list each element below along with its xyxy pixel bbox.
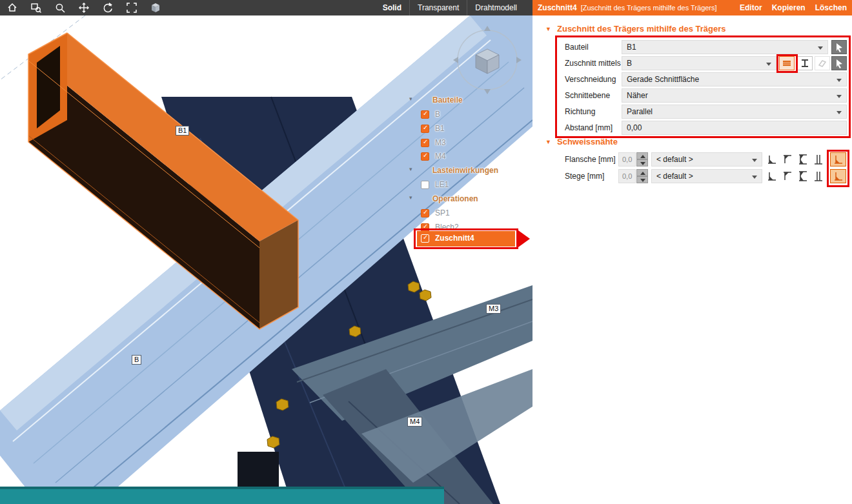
copy-button[interactable]: Kopieren (772, 3, 806, 12)
checkbox-checked-icon[interactable] (421, 234, 429, 243)
model-tree: Bauteile B B1 M3 M4 Lasteinwirkungen LE1 (405, 15, 532, 293)
weld-size-value[interactable]: 0,0 (618, 152, 636, 166)
3d-viewport[interactable]: B1 B M3 M4 Bauteile B B1 M3 M4 Lasteinwi… (0, 15, 532, 504)
section-title: Zuschnitt des Trägers mithilfe des Träge… (557, 24, 726, 34)
part-label-b: B (132, 355, 141, 365)
weld-type-button[interactable] (796, 169, 810, 183)
stepper-down-button[interactable] (636, 159, 648, 166)
cursor-icon (834, 58, 844, 68)
part-label-m3: M3 (486, 304, 501, 314)
part-label-m4: M4 (407, 417, 422, 427)
quantity-stepper (636, 152, 648, 166)
tree-item-m3[interactable]: M3 (405, 137, 532, 150)
stepper-up-button[interactable] (636, 169, 648, 176)
tree-item-b[interactable]: B (405, 108, 532, 121)
weld-type-button[interactable] (765, 169, 779, 183)
weld-preset-dropdown[interactable]: < default > (651, 169, 762, 183)
weld-size-value[interactable]: 0,0 (618, 169, 636, 183)
double-fillet-weld-icon (798, 154, 808, 165)
tree-group-operationen[interactable]: Operationen (405, 193, 532, 206)
weld-type-button[interactable] (780, 169, 795, 183)
operation-header: Zuschnitt4 [Zuschnitt des Trägers mithil… (532, 0, 852, 15)
search-button[interactable] (48, 0, 72, 15)
weld-type-button[interactable] (811, 169, 826, 183)
orbit-rotate-icon (102, 2, 114, 14)
checkbox-checked-icon[interactable] (421, 152, 429, 161)
beam-horizontal-icon (782, 58, 792, 68)
connection-plate[interactable] (238, 452, 279, 490)
checkbox-unchecked-icon[interactable] (421, 181, 429, 189)
select-in-scene-button[interactable] (831, 40, 847, 54)
butt-weld-icon (813, 171, 824, 181)
field-label: Bauteil (565, 43, 589, 52)
delete-button[interactable]: Löschen (815, 3, 847, 12)
tree-group-lasteinwirkungen[interactable]: Lasteinwirkungen (405, 165, 532, 177)
stepper-up-button[interactable] (636, 152, 648, 159)
form-row-abstand: Abstand [mm] 0,00 (532, 121, 852, 136)
checkbox-checked-icon[interactable] (421, 110, 429, 119)
weld-type-button[interactable] (780, 152, 795, 166)
shaded-cube-button[interactable] (143, 0, 167, 15)
richtung-dropdown[interactable]: Parallel (622, 105, 847, 119)
collapse-arrow-icon[interactable] (409, 166, 412, 172)
cut-by-plate-button[interactable] (815, 56, 830, 70)
pan-button[interactable] (72, 0, 96, 15)
stepper-down-button[interactable] (636, 176, 648, 183)
collapse-arrow-icon[interactable] (545, 139, 551, 145)
weld-preset-dropdown[interactable]: < default > (651, 152, 762, 166)
weld-type-button[interactable] (765, 152, 779, 166)
abstand-input[interactable]: 0,00 (622, 121, 847, 135)
zoom-window-icon (30, 2, 42, 14)
view-mode-solid[interactable]: Solid (375, 0, 409, 15)
collapse-arrow-icon[interactable] (409, 194, 412, 201)
bauteil-dropdown[interactable]: B1 (622, 40, 828, 54)
cut-by-beam-button[interactable] (779, 56, 795, 70)
weld-type-button-selected[interactable] (830, 152, 846, 166)
weld-type-button-selected[interactable] (830, 169, 846, 183)
operation-title: Zuschnitt4 (538, 3, 577, 12)
part-label-b1: B1 (176, 126, 189, 136)
zuschnitt-mittels-dropdown[interactable]: B (622, 56, 776, 70)
fit-view-icon (126, 2, 137, 14)
field-label: Verschneidung (565, 75, 616, 84)
section-header-welds: Schweissnähte (532, 137, 852, 148)
tree-item-zuschnitt4-selected[interactable]: Zuschnitt4 (417, 231, 515, 247)
field-label: Richtung (565, 107, 595, 116)
select-in-scene-button[interactable] (831, 56, 847, 70)
tree-item-sp1[interactable]: SP1 (405, 207, 532, 220)
home-button[interactable] (0, 0, 24, 15)
zoom-window-button[interactable] (24, 0, 48, 15)
home-icon (6, 2, 18, 14)
view-mode-wireframe[interactable]: Drahtmodell (467, 0, 525, 15)
header-actions: Editor Kopieren Löschen (740, 3, 847, 12)
orbit-rotate-button[interactable] (96, 0, 119, 15)
tree-group-bauteile[interactable]: Bauteile (405, 94, 532, 107)
schnittebene-dropdown[interactable]: Näher (622, 88, 847, 103)
plate-icon (817, 58, 827, 68)
checkbox-checked-icon[interactable] (421, 139, 429, 147)
collapse-arrow-icon[interactable] (409, 96, 412, 102)
viewport-toolbar: Solid Transparent Drahtmodell (0, 0, 532, 15)
view-mode-group: Solid Transparent Drahtmodell (375, 0, 525, 15)
weld-type-button[interactable] (811, 152, 826, 166)
weld-type-button[interactable] (796, 152, 810, 166)
collapse-arrow-icon[interactable] (545, 26, 551, 32)
tree-item-b1[interactable]: B1 (405, 123, 532, 136)
field-label: Flansche [mm] (565, 155, 616, 164)
fillet-weld-icon (782, 171, 793, 181)
verschneidung-dropdown[interactable]: Gerade Schnittfläche (622, 72, 847, 86)
butt-weld-icon (813, 154, 824, 165)
field-label: Stege [mm] (565, 172, 604, 181)
tree-item-le1[interactable]: LE1 (405, 179, 532, 192)
quantity-stepper (636, 169, 648, 183)
section-header-cut: Zuschnitt des Trägers mithilfe des Träge… (532, 24, 852, 35)
fit-view-button[interactable] (119, 0, 143, 15)
search-icon (54, 2, 66, 14)
tree-item-m4[interactable]: M4 (405, 150, 532, 163)
checkbox-checked-icon[interactable] (421, 125, 429, 133)
field-label: Schnittebene (565, 91, 610, 100)
checkbox-checked-icon[interactable] (421, 209, 429, 217)
editor-button[interactable]: Editor (740, 3, 762, 12)
view-mode-transparent[interactable]: Transparent (409, 0, 467, 15)
cut-by-column-button[interactable] (797, 56, 813, 70)
